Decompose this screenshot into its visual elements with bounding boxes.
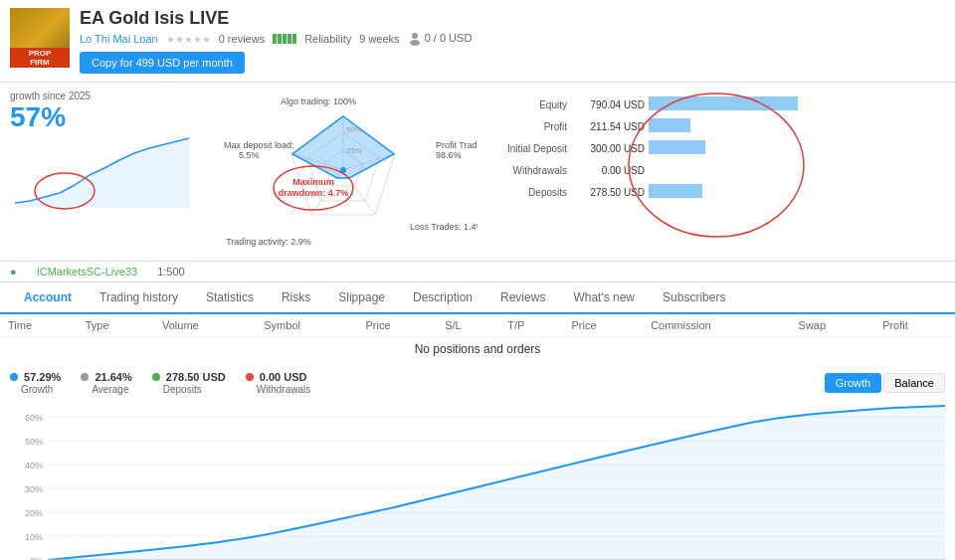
col-price2: Price bbox=[563, 314, 643, 337]
account-info: ● ICMarketsSC-Live33 1:500 bbox=[0, 262, 955, 282]
y-axis: 60% 50% 40% 30% 20% 10% 0% -10% bbox=[10, 403, 48, 560]
col-type: Type bbox=[78, 314, 154, 337]
growth-chart-btn[interactable]: Growth bbox=[825, 373, 881, 393]
growth-pct-val: 57.29% bbox=[24, 371, 61, 383]
tabs-bar: Account Trading history Statistics Risks… bbox=[0, 282, 955, 314]
svg-text:Equity: Equity bbox=[539, 99, 567, 110]
growth-mini-chart bbox=[10, 133, 199, 213]
stat-average: 21.64% Average bbox=[81, 371, 131, 395]
author-name: Lo Thi Mai Loan bbox=[80, 33, 158, 45]
average-dot bbox=[81, 373, 89, 381]
col-sl: S/L bbox=[437, 314, 499, 337]
col-profit: Profit bbox=[874, 314, 955, 337]
leverage-value: 1:500 bbox=[157, 266, 185, 278]
svg-text:Maximum: Maximum bbox=[292, 177, 334, 187]
tab-subscribers[interactable]: Subscribers bbox=[649, 282, 739, 314]
balance-chart-btn[interactable]: Balance bbox=[883, 373, 945, 393]
col-swap: Swap bbox=[791, 314, 874, 337]
tab-description[interactable]: Description bbox=[399, 282, 486, 314]
chart-type-buttons: Growth Balance bbox=[825, 373, 945, 393]
main-chart-svg bbox=[48, 403, 945, 560]
stat-growth: 57.29% Growth bbox=[10, 371, 61, 395]
tab-whats-new[interactable]: What's new bbox=[559, 282, 649, 314]
tab-trading-history[interactable]: Trading history bbox=[86, 282, 192, 314]
table-row: No positions and orders bbox=[0, 337, 955, 362]
svg-text:5.5%: 5.5% bbox=[239, 150, 260, 160]
svg-rect-26 bbox=[649, 118, 690, 132]
svg-text:drawdown: 4.7%: drawdown: 4.7% bbox=[279, 188, 349, 198]
svg-rect-34 bbox=[649, 184, 702, 198]
person-icon bbox=[408, 32, 422, 46]
reliability-label bbox=[273, 34, 296, 44]
growth-lbl: Growth bbox=[10, 384, 53, 395]
tab-account[interactable]: Account bbox=[10, 282, 86, 314]
col-volume: Volume bbox=[154, 314, 256, 337]
broker-link[interactable]: ICMarketsSC-Live33 bbox=[37, 266, 137, 278]
stats-area: growth since 2025 57% bbox=[0, 83, 955, 262]
header-sub: Lo Thi Mai Loan ★★★★★ 0 reviews Reliabil… bbox=[80, 32, 945, 46]
subscribe-button[interactable]: Copy for 499 USD per month bbox=[80, 52, 245, 74]
col-commission: Commission bbox=[643, 314, 790, 337]
growth-value: 57% bbox=[10, 101, 209, 133]
position-value: 0 / 0 USD bbox=[408, 32, 473, 46]
header: PROPFIRM EA Gold Isis LIVE Lo Thi Mai Lo… bbox=[0, 0, 955, 83]
svg-text:278.50 USD: 278.50 USD bbox=[591, 187, 645, 198]
svg-text:60%: 60% bbox=[25, 413, 43, 423]
svg-point-35 bbox=[629, 93, 804, 237]
data-table-container: Time Type Volume Symbol Price S/L T/P Pr… bbox=[0, 314, 955, 361]
radar-area: 50% 25% Algo trading: 100% Profit Trades… bbox=[219, 91, 478, 253]
reviews-count: 0 reviews bbox=[219, 33, 265, 45]
deposits-dot bbox=[152, 373, 160, 381]
svg-point-0 bbox=[412, 33, 418, 39]
positions-table: Time Type Volume Symbol Price S/L T/P Pr… bbox=[0, 314, 955, 361]
star-rating: ★★★★★ bbox=[166, 34, 211, 45]
svg-text:10%: 10% bbox=[25, 532, 43, 542]
deposits-val: 278.50 USD bbox=[166, 371, 226, 383]
svg-text:50%: 50% bbox=[25, 437, 43, 447]
svg-point-1 bbox=[410, 40, 420, 46]
withdrawals-dot bbox=[246, 373, 254, 381]
svg-text:50%: 50% bbox=[346, 125, 362, 134]
page-title: EA Gold Isis LIVE bbox=[80, 8, 945, 29]
growth-label: growth since 2025 bbox=[10, 91, 209, 101]
svg-text:300.00 USD: 300.00 USD bbox=[591, 143, 645, 154]
svg-text:25%: 25% bbox=[346, 146, 362, 155]
tab-slippage[interactable]: Slippage bbox=[324, 282, 399, 314]
growth-dot bbox=[10, 373, 18, 381]
radar-profit-label: Profit Trades: bbox=[436, 140, 478, 150]
chart-plot-area: 024 6810 121416 182022 242628 303234 363… bbox=[48, 403, 945, 560]
col-price: Price bbox=[357, 314, 437, 337]
deposits-lbl: Deposits bbox=[152, 384, 202, 395]
svg-text:30%: 30% bbox=[25, 484, 43, 494]
col-time: Time bbox=[0, 314, 78, 337]
reliability-bars bbox=[273, 34, 296, 44]
radar-loss-label: Loss Trades: 1.4% bbox=[410, 222, 478, 232]
tab-risks[interactable]: Risks bbox=[268, 282, 324, 314]
avatar: PROPFIRM bbox=[10, 8, 70, 68]
svg-text:Withdrawals: Withdrawals bbox=[513, 165, 567, 176]
svg-text:98.6%: 98.6% bbox=[436, 150, 462, 160]
chart-section: 57.29% Growth 21.64% Average 278.50 USD … bbox=[0, 361, 955, 560]
stats-bars-chart: Equity 790.04 USD Profit 211.54 USD Init… bbox=[487, 91, 806, 245]
svg-rect-29 bbox=[649, 140, 705, 154]
right-stats: Equity 790.04 USD Profit 211.54 USD Init… bbox=[487, 91, 945, 253]
radar-algo-label: Algo trading: 100% bbox=[281, 96, 356, 106]
radar-activity-label: Trading activity: 2.9% bbox=[226, 237, 311, 247]
reliability-text: Reliability bbox=[304, 33, 351, 45]
svg-text:Profit: Profit bbox=[544, 121, 568, 132]
svg-text:0%: 0% bbox=[30, 556, 43, 560]
stat-withdrawals: 0.00 USD Withdrawals bbox=[246, 371, 310, 395]
tab-reviews[interactable]: Reviews bbox=[486, 282, 559, 314]
header-info: EA Gold Isis LIVE Lo Thi Mai Loan ★★★★★ … bbox=[80, 8, 945, 74]
svg-text:0.00 USD: 0.00 USD bbox=[602, 165, 645, 176]
stat-deposits: 278.50 USD Deposits bbox=[152, 371, 226, 395]
svg-text:790.04 USD: 790.04 USD bbox=[591, 99, 645, 110]
radar-chart: 50% 25% Algo trading: 100% Profit Trades… bbox=[219, 91, 478, 250]
col-tp: T/P bbox=[499, 314, 563, 337]
online-indicator: ● bbox=[10, 266, 17, 278]
svg-text:40%: 40% bbox=[25, 461, 43, 470]
tab-statistics[interactable]: Statistics bbox=[192, 282, 268, 314]
withdrawals-lbl: Withdrawals bbox=[246, 384, 310, 395]
table-header-row: Time Type Volume Symbol Price S/L T/P Pr… bbox=[0, 314, 955, 337]
svg-text:Deposits: Deposits bbox=[528, 187, 567, 198]
